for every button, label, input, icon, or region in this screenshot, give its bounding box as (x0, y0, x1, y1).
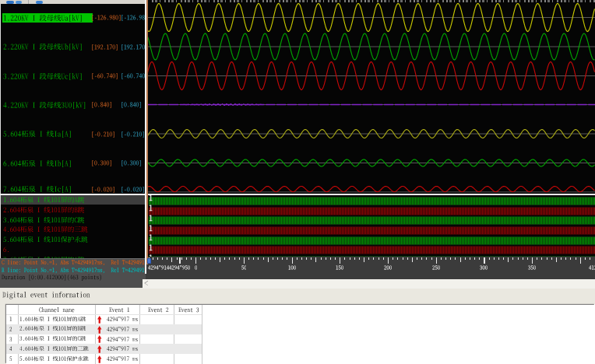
scroll-left-arrow-icon[interactable] (144, 279, 149, 289)
rising-edge-arrow-icon (97, 335, 102, 343)
rising-edge-arrow-icon (97, 326, 102, 334)
analog-channel-label[interactable] (3, 15, 83, 23)
c-cursor-value (91, 131, 115, 138)
axis-label (148, 265, 169, 271)
digital-channel-label[interactable] (3, 236, 88, 243)
minor-tick (590, 257, 590, 261)
table-row[interactable] (6, 314, 595, 324)
digital-channel-label[interactable] (3, 207, 84, 214)
table-row[interactable] (6, 344, 595, 354)
minor-tick (258, 257, 259, 261)
minor-tick (287, 257, 287, 261)
digital-channel-label[interactable] (3, 217, 84, 224)
toolbar-icon-fragment-1[interactable] (6, 1, 14, 4)
r-cursor-value (121, 15, 147, 21)
minor-tick (585, 257, 586, 261)
rising-edge-arrow-icon (97, 316, 102, 324)
major-tick (340, 257, 340, 264)
time-axis[interactable] (146, 257, 595, 279)
column-header[interactable] (148, 307, 169, 313)
minor-tick (417, 257, 417, 261)
row-number (9, 346, 12, 352)
minor-tick (556, 257, 557, 262)
minor-tick (508, 257, 509, 262)
minor-tick (474, 257, 475, 261)
major-tick (179, 257, 180, 264)
major-tick (580, 257, 581, 264)
r-cursor-value (121, 160, 142, 166)
digital-channel-label[interactable] (3, 197, 84, 204)
minor-tick (364, 257, 364, 262)
minor-tick (354, 257, 355, 261)
minor-tick (268, 257, 269, 262)
minor-tick (378, 257, 379, 261)
digital-state-value (149, 225, 153, 233)
cursor-flag-icon[interactable] (147, 258, 151, 264)
event-channel-name (19, 356, 89, 362)
channel-label-panel[interactable] (0, 4, 147, 258)
c-cursor-line[interactable] (146, 0, 147, 264)
digital-event-table[interactable] (6, 305, 595, 364)
r-cursor-value (121, 187, 145, 193)
column-header[interactable] (178, 307, 199, 313)
minor-tick (421, 257, 422, 261)
event-channel-name (19, 336, 86, 342)
minor-tick (368, 257, 369, 261)
minor-tick (330, 257, 331, 261)
axis-label (288, 265, 296, 271)
digital-channel-label[interactable] (3, 247, 10, 254)
digital-state-value (149, 205, 153, 213)
digital-channel-label[interactable] (3, 226, 88, 233)
minor-tick (393, 257, 393, 261)
minor-tick (470, 257, 470, 261)
minor-tick (412, 257, 413, 262)
c-cursor-value (91, 73, 118, 79)
horizontal-scrollbar[interactable] (143, 279, 595, 289)
waveform-plot-area[interactable] (146, 0, 595, 257)
table-row[interactable] (6, 324, 595, 334)
table-row[interactable] (6, 334, 595, 345)
digital-state-value (149, 234, 153, 243)
minor-tick (547, 257, 547, 261)
column-header[interactable] (39, 307, 75, 313)
digital-bar (149, 216, 595, 225)
minor-tick (335, 257, 336, 261)
analog-channel-label[interactable] (3, 44, 83, 51)
table-row[interactable] (6, 354, 595, 364)
minor-tick (489, 257, 490, 261)
c-cursor-value (91, 44, 118, 51)
section-title (2, 292, 90, 299)
minor-tick (498, 257, 499, 261)
row-number (9, 317, 12, 323)
toolbar-icon-fragment-3[interactable] (36, 1, 43, 4)
minor-tick (445, 257, 446, 261)
minor-tick (350, 257, 350, 261)
c-line-info (2, 260, 146, 266)
minor-tick (455, 257, 456, 261)
minor-tick (191, 257, 192, 261)
minor-tick (565, 257, 566, 261)
digital-bar (149, 236, 595, 245)
axis-label (480, 265, 488, 271)
analog-channel-label[interactable] (3, 73, 83, 81)
minor-tick (523, 257, 523, 261)
analog-channel-label[interactable] (3, 131, 72, 138)
toolbar-icon-fragment-2[interactable] (16, 1, 22, 4)
minor-tick (570, 257, 571, 261)
rising-edge-arrow-icon (97, 345, 102, 353)
digital-bar (149, 207, 595, 215)
analog-channel-label[interactable] (3, 102, 86, 110)
minor-tick (215, 257, 216, 261)
analog-channel-label[interactable] (3, 160, 72, 168)
major-tick (532, 257, 533, 264)
minor-tick (576, 257, 576, 261)
r-cursor-value (121, 73, 147, 79)
minor-tick (326, 257, 326, 261)
minor-tick (518, 257, 519, 261)
major-tick (244, 257, 245, 264)
minor-tick (397, 257, 398, 261)
digital-bar (149, 246, 595, 254)
minor-tick (426, 257, 427, 261)
minor-tick (224, 257, 225, 261)
column-header[interactable] (109, 307, 130, 313)
